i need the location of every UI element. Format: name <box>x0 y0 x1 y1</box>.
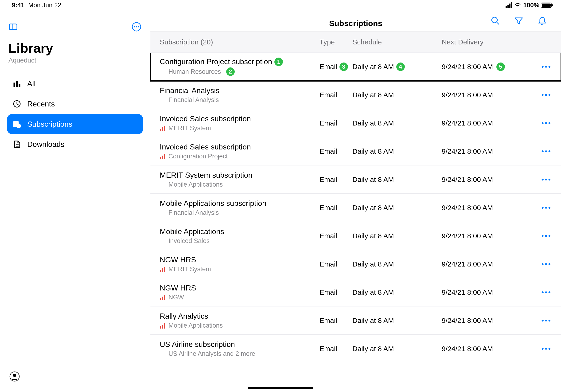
table-row[interactable]: Mobile Applications subscriptionFinancia… <box>150 194 561 222</box>
battery-percent: 100% <box>523 2 539 9</box>
subscription-source: NGW <box>160 294 320 301</box>
row-more-icon[interactable]: ••• <box>533 345 552 353</box>
subscription-name: Mobile Applications <box>160 227 320 236</box>
subscription-type: Email <box>320 204 352 212</box>
subscription-schedule: Daily at 8 AM <box>352 91 442 99</box>
col-next[interactable]: Next Delivery <box>442 38 533 46</box>
subscription-name: US Airline subscription <box>160 340 320 349</box>
row-more-icon[interactable]: ••• <box>533 175 552 184</box>
subscription-type: Email <box>320 91 352 99</box>
subscription-type: Email <box>320 260 352 268</box>
step-badge-5: 5 <box>496 63 505 71</box>
table-row[interactable]: Financial AnalysisFinancial AnalysisEmai… <box>150 81 561 109</box>
subscription-schedule: Daily at 8 AM <box>352 260 442 268</box>
user-avatar-icon <box>9 371 20 382</box>
subscription-source: US Airline Analysis and 2 more <box>160 350 320 358</box>
table-row[interactable]: US Airline subscriptionUS Airline Analys… <box>150 335 561 363</box>
subscription-name: Financial Analysis <box>160 86 320 95</box>
col-schedule[interactable]: Schedule <box>352 38 442 46</box>
step-badge-3: 3 <box>339 63 348 71</box>
clock-icon <box>13 100 21 108</box>
subscription-schedule: Daily at 8 AM <box>352 316 442 325</box>
subscription-next: 9/24/21 8:00 AM <box>442 91 533 99</box>
table-row[interactable]: Configuration Project subscription1Human… <box>150 53 561 81</box>
document-icon <box>13 140 21 149</box>
row-more-icon[interactable]: ••• <box>533 316 552 325</box>
subscription-next: 9/24/21 8:00 AM <box>442 260 533 268</box>
svg-rect-6 <box>14 83 15 87</box>
row-more-icon[interactable]: ••• <box>533 147 552 155</box>
subscription-next: 9/24/21 8:00 AM <box>442 288 533 296</box>
subscription-source: MERIT System <box>160 266 320 273</box>
battery-indicator: 100% <box>523 2 552 9</box>
step-badge-2: 2 <box>226 67 235 76</box>
table-row[interactable]: NGW HRSNGWEmailDaily at 8 AM9/24/21 8:00… <box>150 278 561 306</box>
filter-icon[interactable] <box>514 16 523 25</box>
subscription-type: Email3 <box>320 63 352 71</box>
bell-icon[interactable] <box>538 16 547 25</box>
table-row[interactable]: Mobile ApplicationsInvoiced SalesEmailDa… <box>150 222 561 250</box>
sidebar-item-label: Subscriptions <box>27 120 72 129</box>
svg-rect-8 <box>19 84 20 87</box>
sidebar-user[interactable] <box>9 371 20 383</box>
subscription-type: Email <box>320 232 352 240</box>
sidebar: Library Aqueduct All <box>0 10 150 392</box>
subscription-schedule: Daily at 8 AM <box>352 175 442 184</box>
row-more-icon[interactable]: ••• <box>533 119 552 127</box>
sidebar-title: Library <box>0 34 150 56</box>
subscription-type: Email <box>320 147 352 155</box>
row-more-icon[interactable]: ••• <box>533 63 552 71</box>
step-badge-1: 1 <box>274 58 283 66</box>
svg-point-3 <box>134 26 135 28</box>
sidebar-subtitle: Aqueduct <box>0 56 150 74</box>
home-indicator[interactable] <box>248 387 313 389</box>
subscription-name: Invoiced Sales subscription <box>160 114 320 123</box>
sidebar-item-label: Downloads <box>27 140 64 149</box>
subscription-name: Mobile Applications subscription <box>160 199 320 208</box>
subscription-icon <box>13 120 21 128</box>
table-row[interactable]: Rally AnalyticsMobile ApplicationsEmailD… <box>150 306 561 335</box>
sidebar-item-subscriptions[interactable]: Subscriptions <box>7 114 143 134</box>
wifi-icon <box>514 3 521 8</box>
sidebar-nav: All Recents <box>0 74 150 154</box>
subscription-schedule: Daily at 8 AM <box>352 345 442 353</box>
subscription-type: Email <box>320 316 352 325</box>
table-row[interactable]: NGW HRSMERIT SystemEmailDaily at 8 AM9/2… <box>150 250 561 278</box>
col-subscription[interactable]: Subscription (20) <box>160 38 320 46</box>
subscription-source: Financial Analysis <box>160 96 320 104</box>
subscription-schedule: Daily at 8 AM <box>352 147 442 155</box>
status-bar: 9:41 Mon Jun 22 100% <box>0 0 561 10</box>
subscription-next: 9/24/21 8:00 AM <box>442 175 533 184</box>
sidebar-more-icon[interactable] <box>131 22 142 32</box>
subscription-next: 9/24/21 8:00 AM <box>442 147 533 155</box>
subscription-schedule: Daily at 8 AM <box>352 204 442 212</box>
row-more-icon[interactable]: ••• <box>533 260 552 268</box>
sidebar-item-recents[interactable]: Recents <box>7 94 143 114</box>
row-more-icon[interactable]: ••• <box>533 91 552 99</box>
subscription-next: 9/24/21 8:00 AM <box>442 204 533 212</box>
col-type[interactable]: Type <box>320 38 352 46</box>
sidebar-item-label: All <box>27 79 36 88</box>
subscription-source: Mobile Applications <box>160 181 320 188</box>
svg-line-17 <box>497 22 499 24</box>
search-icon[interactable] <box>491 16 500 25</box>
table-row[interactable]: Invoiced Sales subscriptionConfiguration… <box>150 137 561 165</box>
page-title: Subscriptions <box>329 19 382 28</box>
table-row[interactable]: MERIT System subscriptionMobile Applicat… <box>150 165 561 194</box>
content-header: Subscriptions <box>150 10 561 32</box>
subscription-source: Configuration Project <box>160 153 320 160</box>
subscription-name: Rally Analytics <box>160 312 320 321</box>
svg-rect-7 <box>16 81 18 87</box>
subscription-next: 9/24/21 8:00 AM <box>442 345 533 353</box>
row-more-icon[interactable]: ••• <box>533 288 552 296</box>
subscription-name: Invoiced Sales subscription <box>160 143 320 151</box>
sidebar-item-all[interactable]: All <box>7 74 143 94</box>
sidebar-item-downloads[interactable]: Downloads <box>7 134 143 154</box>
subscription-type: Email <box>320 288 352 296</box>
subscription-source: Mobile Applications <box>160 322 320 329</box>
row-more-icon[interactable]: ••• <box>533 232 552 240</box>
subscription-name: MERIT System subscription <box>160 171 320 180</box>
row-more-icon[interactable]: ••• <box>533 204 552 212</box>
sidebar-toggle-icon[interactable] <box>9 22 18 32</box>
table-row[interactable]: Invoiced Sales subscriptionMERIT SystemE… <box>150 109 561 137</box>
